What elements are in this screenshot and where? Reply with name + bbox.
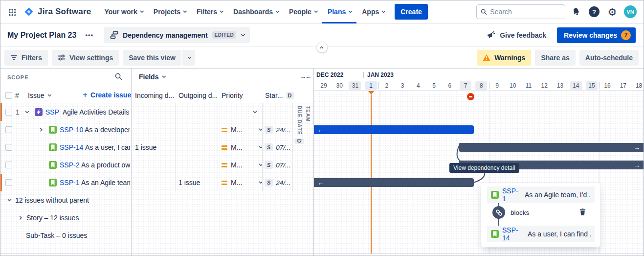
issue-summary[interactable]: As a developer, ...: [85, 121, 130, 139]
release-marker-icon[interactable]: [467, 93, 474, 100]
search-box[interactable]: [476, 4, 565, 19]
nav-item-dashboards[interactable]: Dashboards: [228, 0, 284, 23]
collapse-header-button[interactable]: [316, 42, 328, 53]
view-settings-button[interactable]: View settings: [52, 50, 119, 66]
share-as-button[interactable]: Share as: [535, 50, 575, 66]
day-label: 12: [538, 81, 550, 90]
issue-key-link[interactable]: SSP-10: [60, 121, 83, 139]
view-settings-label: View settings: [69, 54, 113, 62]
priority-column-header: Priority: [222, 87, 243, 104]
issue-summary[interactable]: As a product ow...: [81, 156, 130, 174]
review-changes-button[interactable]: Review changes 7: [557, 27, 636, 43]
issue-key-link[interactable]: SSP-14: [502, 226, 524, 242]
create-issue-button[interactable]: + Create issue: [83, 90, 131, 100]
save-view-dropdown-button[interactable]: [182, 50, 195, 66]
checkbox-icon: [5, 144, 12, 151]
expand-toggle[interactable]: [25, 103, 28, 121]
chevron-down-icon: [140, 9, 144, 13]
chevron-right-icon: [39, 128, 43, 132]
create-button[interactable]: Create: [395, 4, 428, 20]
save-this-view-button[interactable]: Save this view: [123, 50, 181, 66]
priority-dropdown[interactable]: M...: [222, 156, 262, 174]
fields-dropdown[interactable]: Fields: [139, 73, 165, 81]
priority-dropdown[interactable]: [253, 103, 256, 121]
filters-button[interactable]: Filters: [4, 50, 48, 66]
priority-dropdown[interactable]: M...: [222, 121, 262, 139]
row-checkbox[interactable]: [5, 174, 12, 191]
expand-toggle[interactable]: [39, 121, 42, 139]
row-checkbox[interactable]: [5, 139, 12, 156]
issue-key-link[interactable]: SSP-1: [502, 187, 521, 203]
delete-dependency-button[interactable]: [579, 208, 586, 217]
chevron-up-icon: [319, 46, 323, 50]
chevron-down-icon: [381, 9, 385, 13]
nav-item-people[interactable]: People: [284, 0, 322, 23]
popup-issue-row-ssp-1[interactable]: SSP-1 As an Agile team, I'd ...: [487, 186, 595, 203]
nav-item-filters[interactable]: Filters: [191, 0, 228, 23]
issue-key-link[interactable]: SSP-14: [60, 139, 83, 156]
user-avatar[interactable]: VN: [624, 5, 637, 18]
issue-summary[interactable]: Agile Activities Details: [63, 103, 129, 121]
issue-key-link[interactable]: SSP-2: [60, 156, 79, 174]
story-type-icon: [49, 174, 57, 191]
priority-value: M...: [231, 179, 242, 186]
changed-indicator: [0, 174, 2, 191]
month-label-dec: DEC 2022: [316, 71, 343, 78]
due-date-text: DUE DATE: [297, 106, 302, 135]
notifications-button[interactable]: [569, 4, 583, 20]
day-label: 13: [554, 81, 566, 90]
nav-item-plans[interactable]: Plans: [322, 0, 356, 23]
outgoing-dependencies-cell[interactable]: 1 issue: [178, 174, 200, 191]
day-label-weekend: 8: [475, 81, 487, 90]
help-button[interactable]: ?: [587, 4, 601, 20]
scope-search-button[interactable]: [114, 72, 122, 82]
issue-column-header[interactable]: Issue: [28, 87, 50, 104]
day-label: 6: [444, 81, 456, 90]
group-row-story[interactable]: Story – 12 issues: [0, 209, 131, 227]
plan-more-button[interactable]: •••: [82, 30, 96, 40]
group-row-without-parent[interactable]: 12 issues without parent: [0, 191, 131, 209]
view-name: Dependency management: [123, 31, 208, 39]
day-label: 2: [381, 81, 393, 90]
warnings-button[interactable]: Warnings: [477, 50, 531, 66]
row-checkbox[interactable]: [5, 103, 12, 121]
row-checkbox[interactable]: [5, 121, 12, 139]
app-switcher-icon[interactable]: [8, 8, 16, 16]
give-feedback-button[interactable]: Give feedback: [487, 31, 546, 39]
edited-badge: EDITED: [212, 31, 237, 39]
issue-key-link[interactable]: SSP: [45, 103, 59, 121]
popup-issue-row-ssp-14[interactable]: SSP-14 As a user, I can find ...: [487, 226, 595, 242]
day-label-weekend: 7: [460, 81, 471, 90]
start-date-cell[interactable]: S 07/...: [265, 156, 290, 174]
dependency-detail-popup: SSP-1 As an Agile team, I'd ... blocks: [481, 183, 600, 247]
nav-item-your-work[interactable]: Your work: [99, 0, 148, 23]
start-date-value: 07/...: [276, 144, 290, 151]
issue-summary[interactable]: As a user, I can f...: [85, 139, 130, 156]
view-selector[interactable]: Dependency management EDITED: [104, 27, 250, 43]
week-separator-tick: [489, 82, 489, 89]
settings-button[interactable]: ⚙: [605, 4, 620, 20]
row-checkbox[interactable]: [5, 156, 12, 174]
auto-schedule-button[interactable]: Auto-schedule: [579, 50, 639, 66]
issue-summary[interactable]: As an Agile team,...: [81, 174, 130, 191]
day-label: 16: [601, 81, 613, 90]
story-type-icon: [49, 156, 57, 174]
issue-key-link[interactable]: SSP-1: [60, 174, 79, 191]
plus-icon: +: [83, 90, 88, 100]
start-date-cell[interactable]: S 07/...: [265, 139, 290, 156]
search-input[interactable]: [490, 8, 561, 16]
review-changes-label: Review changes: [564, 31, 617, 39]
filter-icon: [10, 54, 18, 61]
jira-logo[interactable]: Jira Software: [23, 6, 91, 17]
incoming-dependencies-cell[interactable]: 1 issue: [135, 139, 156, 156]
priority-dropdown[interactable]: M...: [222, 174, 262, 191]
priority-dropdown[interactable]: M...: [222, 139, 262, 156]
changed-indicator: [0, 103, 2, 121]
select-all-checkbox[interactable]: [5, 87, 12, 104]
nav-item-projects[interactable]: Projects: [148, 0, 191, 23]
start-date-cell[interactable]: S 24/...: [265, 121, 290, 139]
start-date-cell[interactable]: S 24/...: [265, 174, 290, 191]
epic-type-icon: [35, 103, 43, 121]
collapse-fields-icon[interactable]: →←: [300, 73, 311, 80]
nav-item-apps[interactable]: Apps: [356, 0, 390, 23]
